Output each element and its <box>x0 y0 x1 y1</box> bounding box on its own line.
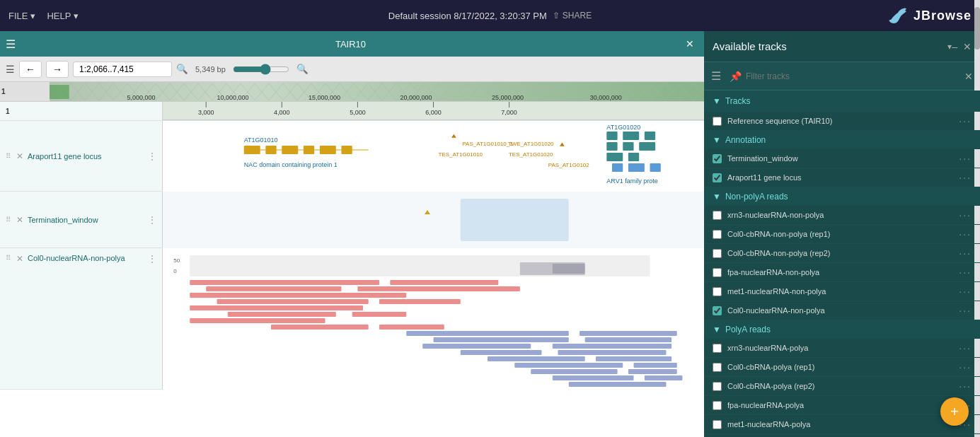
track-item-dots-met1-nonpolya[interactable]: ··· <box>959 286 972 297</box>
svg-rect-49 <box>553 264 585 274</box>
track-item-fpa-nonpolya[interactable]: fpa-nuclearRNA-non-polya ··· <box>704 263 980 282</box>
track-item-dots-araport11[interactable]: ··· <box>959 172 972 183</box>
track-item-reference[interactable]: Reference sequence (TAIR10) ··· <box>704 112 980 131</box>
svg-rect-29 <box>612 163 623 172</box>
svg-rect-61 <box>271 325 369 330</box>
track-checkbox-col0-cbrna-rep2-nonpolya[interactable] <box>713 249 722 258</box>
track-item-col0-nuclear-polya[interactable]: Col0-nuclearRNA-polya ··· <box>704 434 980 437</box>
svg-rect-30 <box>628 163 645 172</box>
track-close-araport11[interactable]: ✕ <box>16 151 23 161</box>
tracks-main-header[interactable]: ▼ Tracks <box>704 91 980 112</box>
track-item-fpa-polya[interactable]: fpa-nuclearRNA-polya ··· <box>704 396 980 415</box>
filter-pin-icon: 📌 <box>730 71 742 82</box>
zoom-slider[interactable] <box>233 64 289 75</box>
panel-close-btn[interactable]: ✕ <box>963 41 972 52</box>
svg-rect-75 <box>531 369 617 374</box>
location-input[interactable] <box>73 62 172 77</box>
track-close-termination[interactable]: ✕ <box>16 215 23 225</box>
track-checkbox-termination[interactable] <box>713 154 722 163</box>
track-checkbox-fpa-nonpolya[interactable] <box>713 268 722 277</box>
track-item-xrn3-polya[interactable]: xrn3-nuclearRNA-polya ··· <box>704 339 980 358</box>
track-item-dots-col0-nuclear-nonpolya[interactable]: ··· <box>959 305 972 316</box>
svg-marker-40 <box>451 134 456 138</box>
section-header-annotation[interactable]: ▼ Annotation <box>704 131 980 149</box>
track-item-dots-fpa-nonpolya[interactable]: ··· <box>959 267 972 278</box>
filter-clear-btn[interactable]: ✕ <box>964 71 973 82</box>
svg-text:NAC domain containing protein : NAC domain containing protein 1 <box>244 161 338 168</box>
filter-input[interactable] <box>746 71 960 81</box>
track-checkbox-fpa-polya[interactable] <box>713 401 722 410</box>
track-checkbox-xrn3-nonpolya[interactable] <box>713 211 722 220</box>
svg-rect-43 <box>461 199 569 241</box>
track-item-xrn3-nonpolya[interactable]: xrn3-nuclearRNA-non-polya ··· <box>704 206 980 225</box>
svg-rect-55 <box>217 299 369 304</box>
track-item-dots-col0-cbrna-rep1-nonpolya[interactable]: ··· <box>959 228 972 240</box>
track-item-dots-reference[interactable]: ··· <box>959 115 972 127</box>
section-header-polya[interactable]: ▼ PolyA reads <box>704 320 980 339</box>
detail-ruler: 3,000 4,000 5,000 6,000 7,000 <box>163 102 704 120</box>
track-item-met1-polya[interactable]: met1-nuclearRNA-polya ··· <box>704 415 980 434</box>
track-checkbox-col0-nuclear-nonpolya[interactable] <box>713 306 722 315</box>
track-item-dots-xrn3-nonpolya[interactable]: ··· <box>959 209 972 221</box>
track-item-col0-nuclear-nonpolya[interactable]: Col0-nuclearRNA-non-polya ··· <box>704 301 980 320</box>
track-label-termination[interactable]: ⠿ ✕ Termination_window ⋮ <box>0 192 163 247</box>
add-track-fab[interactable]: + <box>940 397 969 426</box>
track-item-dots-col0-cbrna-rep2-nonpolya[interactable]: ··· <box>959 247 972 259</box>
track-label-rna[interactable]: ⠿ ✕ Col0-nuclearRNA-non-polya ⋮ <box>0 248 163 389</box>
section-header-nonpolya[interactable]: ▼ Non-polyA reads <box>704 187 980 206</box>
search-icon-btn[interactable]: 🔍 <box>176 64 188 74</box>
track-close-rna[interactable]: ✕ <box>16 254 23 264</box>
track-item-termination[interactable]: Termination_window ··· <box>704 149 980 168</box>
file-menu[interactable]: FILE ▾ <box>8 11 35 21</box>
track-checkbox-reference[interactable] <box>713 117 722 126</box>
track-item-dots-col0-cbrna-rep2-polya[interactable]: ··· <box>959 380 972 392</box>
detail-ruler-row: 1 3,000 4,000 5,000 6,000 <box>0 102 704 121</box>
browser-close-btn[interactable]: ✕ <box>681 37 698 51</box>
ruler-tick-30m: 30,000,000 <box>590 94 622 101</box>
svg-rect-1 <box>50 85 69 99</box>
svg-rect-62 <box>379 325 444 330</box>
track-handle-rna[interactable]: ⠿ <box>6 254 11 262</box>
track-handle-termination[interactable]: ⠿ <box>6 216 11 223</box>
panel-minimize-btn[interactable]: – <box>952 41 957 52</box>
track-item-name-col0-cbrna-rep1-nonpolya: Col0-cbRNA-non-polya (rep1) <box>727 230 953 238</box>
track-menu-araport11[interactable]: ⋮ <box>148 151 156 161</box>
hamburger-icon[interactable]: ☰ <box>6 37 16 51</box>
track-checkbox-araport11[interactable] <box>713 173 722 182</box>
track-item-col0-cbrna-rep2-polya[interactable]: Col0-cbRNA-polya (rep2) ··· <box>704 377 980 396</box>
svg-rect-22 <box>623 132 639 140</box>
track-item-dots-termination[interactable]: ··· <box>959 153 972 164</box>
track-item-col0-cbrna-rep2-nonpolya[interactable]: Col0-cbRNA-non-polya (rep2) ··· <box>704 244 980 263</box>
svg-rect-60 <box>190 318 325 323</box>
app-logo: JBrowse <box>885 6 972 25</box>
track-menu-rna[interactable]: ⋮ <box>148 254 156 264</box>
nav-forward-btn[interactable]: → <box>46 61 69 78</box>
track-item-col0-cbrna-rep1-nonpolya[interactable]: Col0-cbRNA-non-polya (rep1) ··· <box>704 225 980 244</box>
help-menu[interactable]: HELP ▾ <box>47 11 79 21</box>
track-item-araport11[interactable]: Araport11 gene locus ··· <box>704 168 980 187</box>
track-checkbox-met1-polya[interactable] <box>713 420 722 429</box>
svg-rect-50 <box>190 280 379 285</box>
nav-back-btn[interactable]: ← <box>19 61 42 78</box>
zoom-out-btn[interactable]: 🔍 <box>296 64 309 74</box>
track-list-icon[interactable]: ☰ <box>6 64 15 75</box>
filter-hamburger-icon[interactable]: ☰ <box>711 69 721 83</box>
track-checkbox-xrn3-polya[interactable] <box>713 344 722 353</box>
track-label-araport11[interactable]: ⠿ ✕ Araport11 gene locus ⋮ <box>0 121 163 191</box>
track-checkbox-met1-nonpolya[interactable] <box>713 287 722 296</box>
track-item-col0-cbrna-rep1-polya[interactable]: Col0-cbRNA-polya (rep1) ··· <box>704 358 980 377</box>
track-item-name-reference: Reference sequence (TAIR10) <box>727 117 953 125</box>
track-item-met1-nonpolya[interactable]: met1-nuclearRNA-non-polya ··· <box>704 282 980 301</box>
tracks-main-chevron: ▼ <box>713 96 721 106</box>
session-title: Default session 8/17/2022, 3:20:37 PM <box>388 11 547 21</box>
track-handle-araport11[interactable]: ⠿ <box>6 152 11 160</box>
track-checkbox-col0-cbrna-rep1-nonpolya[interactable] <box>713 230 722 239</box>
track-item-dots-col0-cbrna-rep1-polya[interactable]: ··· <box>959 361 972 373</box>
svg-rect-52 <box>206 286 341 291</box>
track-item-dots-xrn3-polya[interactable]: ··· <box>959 342 972 354</box>
track-menu-termination[interactable]: ⋮ <box>148 215 156 225</box>
track-checkbox-col0-cbrna-rep2-polya[interactable] <box>713 382 722 391</box>
svg-rect-53 <box>357 286 520 291</box>
track-checkbox-col0-cbrna-rep1-polya[interactable] <box>713 363 722 372</box>
share-button[interactable]: ⇧ SHARE <box>553 11 592 21</box>
